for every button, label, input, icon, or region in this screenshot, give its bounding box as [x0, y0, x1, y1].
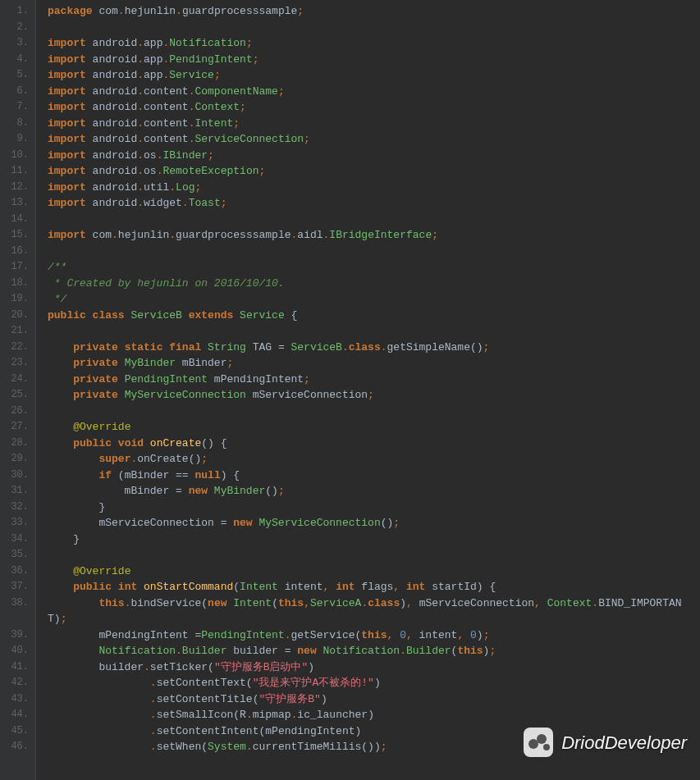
line-number: 32. [3, 499, 29, 516]
line-number: 1. [3, 3, 29, 20]
code-line[interactable]: package com.hejunlin.guardprocesssample; [48, 3, 700, 20]
line-number: 11. [3, 163, 29, 180]
line-number [3, 611, 29, 627]
line-number: 43. [3, 691, 29, 708]
code-line[interactable]: import android.widget.Toast; [48, 195, 700, 212]
code-line[interactable]: import android.os.RemoteException; [48, 163, 700, 180]
code-line[interactable]: } [48, 499, 700, 516]
code-line[interactable]: .setSmallIcon(R.mipmap.ic_launcher) [48, 707, 700, 723]
line-number: 42. [3, 675, 29, 691]
code-line[interactable] [48, 212, 700, 228]
line-number: 14. [3, 212, 29, 228]
code-line[interactable]: Notification.Builder builder = new Notif… [48, 643, 700, 659]
code-line[interactable]: import android.util.Log; [48, 180, 700, 196]
code-line[interactable]: import android.content.Intent; [48, 116, 700, 132]
code-editor[interactable]: 1.2.3.4.5.6.7.8.9.10.11.12.13.14.15.16.1… [0, 0, 700, 780]
line-number: 45. [3, 723, 29, 740]
line-number-gutter: 1.2.3.4.5.6.7.8.9.10.11.12.13.14.15.16.1… [0, 0, 36, 780]
line-number: 13. [3, 195, 29, 212]
line-number: 36. [3, 563, 29, 580]
line-number: 44. [3, 707, 29, 723]
line-number: 21. [3, 323, 29, 340]
code-line[interactable]: /** [48, 259, 700, 276]
line-number: 7. [3, 99, 29, 116]
line-number: 33. [3, 515, 29, 531]
line-number: 12. [3, 180, 29, 196]
code-line[interactable] [48, 244, 700, 260]
code-line[interactable] [48, 547, 700, 563]
code-line[interactable] [48, 323, 700, 340]
code-line[interactable]: import android.content.ServiceConnection… [48, 131, 700, 148]
code-line[interactable]: @Override [48, 419, 700, 436]
line-number: 18. [3, 276, 29, 292]
line-number: 9. [3, 131, 29, 148]
line-number: 34. [3, 531, 29, 548]
code-line[interactable]: import android.app.Notification; [48, 35, 700, 52]
code-line[interactable]: mBinder = new MyBinder(); [48, 483, 700, 499]
line-number: 38. [3, 595, 29, 612]
code-area[interactable]: package com.hejunlin.guardprocesssample;… [36, 0, 700, 780]
code-line[interactable]: T); [48, 611, 700, 627]
line-number: 46. [3, 739, 29, 755]
code-line[interactable]: import android.os.IBinder; [48, 148, 700, 164]
code-line[interactable]: * Created by hejunlin on 2016/10/10. [48, 276, 700, 292]
code-line[interactable]: public int onStartCommand(Intent intent,… [48, 579, 700, 595]
line-number: 29. [3, 451, 29, 468]
code-line[interactable]: import com.hejunlin.guardprocesssample.a… [48, 227, 700, 244]
line-number: 35. [3, 547, 29, 563]
line-number: 3. [3, 35, 29, 52]
code-line[interactable]: public class ServiceB extends Service { [48, 308, 700, 324]
line-number: 27. [3, 419, 29, 436]
line-number: 26. [3, 404, 29, 420]
code-line[interactable]: private MyBinder mBinder; [48, 355, 700, 372]
code-line[interactable]: import android.app.Service; [48, 67, 700, 84]
line-number: 39. [3, 627, 29, 644]
line-number: 41. [3, 659, 29, 676]
line-number: 5. [3, 67, 29, 84]
line-number: 17. [3, 259, 29, 276]
line-number: 15. [3, 227, 29, 244]
line-number: 20. [3, 308, 29, 324]
line-number: 25. [3, 387, 29, 404]
line-number: 4. [3, 52, 29, 68]
code-line[interactable]: import android.content.ComponentName; [48, 84, 700, 100]
code-line[interactable]: .setContentTitle("守护服务B") [48, 691, 700, 708]
code-line[interactable]: } [48, 531, 700, 548]
code-line[interactable]: private PendingIntent mPendingIntent; [48, 372, 700, 388]
wechat-icon [524, 728, 553, 757]
line-number: 19. [3, 291, 29, 308]
code-line[interactable]: .setContentText("我是来守护A不被杀的!") [48, 675, 700, 691]
code-line[interactable]: builder.setTicker("守护服务B启动中") [48, 659, 700, 676]
code-line[interactable]: if (mBinder == null) { [48, 468, 700, 484]
watermark: DriodDeveloper [524, 728, 687, 757]
code-line[interactable]: this.bindService(new Intent(this,Service… [48, 595, 700, 612]
code-line[interactable]: private MyServiceConnection mServiceConn… [48, 387, 700, 404]
code-line[interactable]: @Override [48, 563, 700, 580]
watermark-text: DriodDeveloper [561, 729, 687, 756]
code-line[interactable]: private static final String TAG = Servic… [48, 340, 700, 356]
code-line[interactable]: super.onCreate(); [48, 451, 700, 468]
code-line[interactable] [48, 404, 700, 420]
line-number: 23. [3, 355, 29, 372]
line-number: 2. [3, 20, 29, 36]
line-number: 8. [3, 116, 29, 132]
line-number: 30. [3, 468, 29, 484]
line-number: 16. [3, 244, 29, 260]
line-number: 40. [3, 643, 29, 659]
code-line[interactable]: */ [48, 291, 700, 308]
line-number: 28. [3, 436, 29, 452]
code-line[interactable]: mServiceConnection = new MyServiceConnec… [48, 515, 700, 531]
code-line[interactable]: mPendingIntent =PendingIntent.getService… [48, 627, 700, 644]
line-number: 22. [3, 340, 29, 356]
code-line[interactable]: import android.content.Context; [48, 99, 700, 116]
code-line[interactable] [48, 20, 700, 36]
line-number: 6. [3, 84, 29, 100]
line-number: 24. [3, 372, 29, 388]
line-number: 10. [3, 148, 29, 164]
code-line[interactable]: import android.app.PendingIntent; [48, 52, 700, 68]
line-number: 37. [3, 579, 29, 595]
line-number: 31. [3, 483, 29, 499]
code-line[interactable]: public void onCreate() { [48, 436, 700, 452]
